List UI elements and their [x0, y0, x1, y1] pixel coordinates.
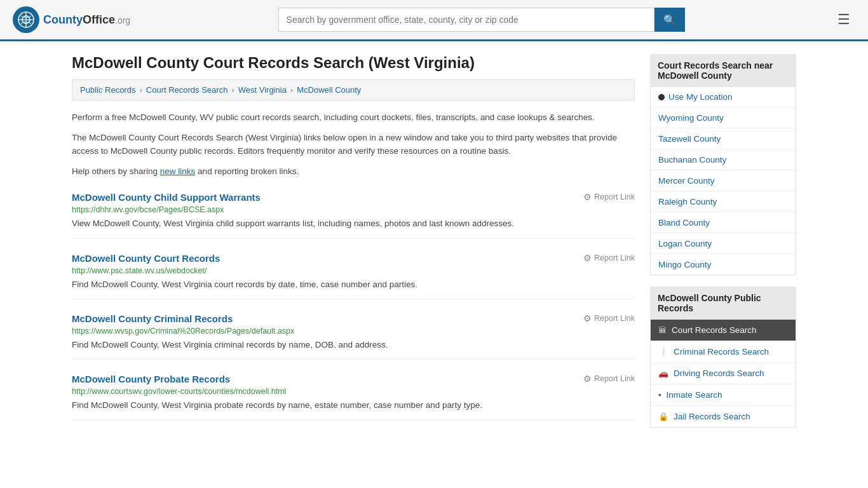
nearby-header: Court Records Search near McDowell Count… — [650, 54, 796, 87]
search-area: 🔍 — [278, 8, 685, 32]
breadcrumb-public-records[interactable]: Public Records — [80, 85, 135, 95]
use-location-item[interactable]: Use My Location — [651, 87, 796, 107]
search-input[interactable] — [278, 8, 654, 32]
desc-para3-before: Help others by sharing — [72, 166, 160, 176]
search-icon: 🔍 — [663, 15, 676, 25]
nearby-county-link-3[interactable]: Mercer County — [658, 176, 715, 186]
public-record-link-0[interactable]: Court Records Search — [672, 325, 757, 335]
logo-county: County — [43, 13, 83, 26]
report-link-0[interactable]: ⚙ Report Link — [583, 192, 635, 202]
nearby-county-5[interactable]: Bland County — [651, 212, 796, 233]
main-container: McDowell County Court Records Search (We… — [59, 41, 809, 440]
report-label-1: Report Link — [594, 254, 635, 262]
logo-icon — [13, 6, 39, 33]
description-para3: Help others by sharing new links and rep… — [72, 165, 635, 179]
criminal-records-icon: ❕ — [658, 347, 668, 356]
use-location-link[interactable]: Use My Location — [668, 92, 733, 102]
desc-para3-after: and reporting broken links. — [195, 166, 299, 176]
breadcrumb-west-virginia[interactable]: West Virginia — [238, 85, 287, 95]
description-para2: The McDowell County Court Records Search… — [72, 131, 635, 158]
nearby-county-0[interactable]: Wyoming County — [651, 107, 796, 128]
public-record-item-1[interactable]: ❕ Criminal Records Search — [651, 341, 796, 363]
jail-records-icon: 🔒 — [658, 412, 668, 421]
results-list: McDowell County Child Support Warrants ⚙… — [72, 192, 635, 420]
breadcrumb-court-records-search[interactable]: Court Records Search — [146, 85, 228, 95]
report-link-1[interactable]: ⚙ Report Link — [583, 253, 635, 263]
report-link-2[interactable]: ⚙ Report Link — [583, 313, 635, 323]
report-label-2: Report Link — [594, 314, 635, 323]
report-icon-2: ⚙ — [583, 313, 592, 323]
nearby-county-4[interactable]: Raleigh County — [651, 191, 796, 212]
public-record-link-3[interactable]: Inmate Search — [667, 390, 722, 400]
page-title: McDowell County Court Records Search (We… — [72, 54, 635, 72]
result-item-1: McDowell County Court Records ⚙ Report L… — [72, 253, 635, 299]
breadcrumb: Public Records › Court Records Search › … — [72, 79, 635, 100]
result-url-1: http://www.psc.state.wv.us/webdocket/ — [72, 266, 635, 275]
result-item-0: McDowell County Child Support Warrants ⚙… — [72, 192, 635, 238]
nearby-county-1[interactable]: Tazewell County — [651, 128, 796, 149]
nearby-county-6[interactable]: Logan County — [651, 233, 796, 254]
court-records-icon: 🏛 — [658, 325, 667, 335]
nearby-county-link-1[interactable]: Tazewell County — [658, 134, 721, 144]
inmate-search-icon: ▪ — [658, 390, 661, 400]
public-record-link-2[interactable]: Driving Records Search — [674, 369, 764, 378]
public-record-link-4[interactable]: Jail Records Search — [674, 412, 750, 421]
new-links-link[interactable]: new links — [160, 166, 196, 176]
result-desc-1: Find McDowell County, West Virginia cour… — [72, 278, 635, 291]
result-header-3: McDowell County Probate Records ⚙ Report… — [72, 374, 635, 387]
location-dot-icon — [658, 94, 665, 100]
logo-area: CountyOffice.org — [13, 6, 130, 33]
public-record-item-2[interactable]: 🚗 Driving Records Search — [651, 363, 796, 384]
nearby-county-2[interactable]: Buchanan County — [651, 149, 796, 170]
public-record-link-1[interactable]: Criminal Records Search — [674, 347, 769, 356]
search-button[interactable]: 🔍 — [654, 8, 685, 32]
result-url-0: https://dhhr.wv.gov/bcse/Pages/BCSE.aspx — [72, 205, 635, 214]
nearby-county-link-6[interactable]: Logan County — [658, 239, 712, 248]
result-item-2: McDowell County Criminal Records ⚙ Repor… — [72, 313, 635, 360]
report-icon-1: ⚙ — [583, 253, 592, 263]
logo-text: CountyOffice.org — [43, 13, 130, 27]
public-records-list: 🏛 Court Records Search ❕ Criminal Record… — [650, 320, 796, 428]
nearby-county-link-5[interactable]: Bland County — [658, 218, 710, 227]
header: CountyOffice.org 🔍 ☰ — [0, 0, 868, 41]
result-desc-0: View McDowell County, West Virginia chil… — [72, 217, 635, 230]
nearby-county-3[interactable]: Mercer County — [651, 170, 796, 191]
nearby-county-7[interactable]: Mingo County — [651, 254, 796, 274]
report-label-0: Report Link — [594, 193, 635, 201]
logo-tld: .org — [115, 15, 130, 25]
nearby-counties-list: Use My Location Wyoming County Tazewell … — [650, 87, 796, 275]
result-header-1: McDowell County Court Records ⚙ Report L… — [72, 253, 635, 266]
description-para1: Perform a free McDowell County, WV publi… — [72, 111, 635, 125]
nearby-county-link-4[interactable]: Raleigh County — [658, 197, 717, 207]
content-area: McDowell County Court Records Search (We… — [72, 54, 635, 428]
hamburger-icon: ☰ — [837, 11, 850, 27]
public-record-item-3[interactable]: ▪ Inmate Search — [651, 384, 796, 406]
breadcrumb-mcdowell-county[interactable]: McDowell County — [297, 85, 361, 95]
public-records-header: McDowell County Public Records — [650, 287, 796, 320]
result-desc-2: Find McDowell County, West Virginia crim… — [72, 339, 635, 351]
result-title-2[interactable]: McDowell County Criminal Records — [72, 313, 233, 324]
result-desc-3: Find McDowell County, West Virginia prob… — [72, 399, 635, 412]
breadcrumb-sep-2: › — [231, 85, 234, 95]
result-title-0[interactable]: McDowell County Child Support Warrants — [72, 192, 261, 203]
result-header-0: McDowell County Child Support Warrants ⚙… — [72, 192, 635, 205]
result-title-1[interactable]: McDowell County Court Records — [72, 253, 220, 264]
nearby-county-link-2[interactable]: Buchanan County — [658, 155, 726, 165]
result-url-3: http://www.courtswv.gov/lower-courts/cou… — [72, 387, 635, 396]
nearby-county-link-7[interactable]: Mingo County — [658, 260, 711, 269]
public-record-item-0[interactable]: 🏛 Court Records Search — [651, 320, 796, 341]
nearby-county-link-0[interactable]: Wyoming County — [658, 113, 724, 123]
result-header-2: McDowell County Criminal Records ⚙ Repor… — [72, 313, 635, 327]
breadcrumb-sep-1: › — [139, 85, 142, 95]
public-record-item-4[interactable]: 🔒 Jail Records Search — [651, 406, 796, 427]
sidebar: Court Records Search near McDowell Count… — [650, 54, 796, 428]
result-item-3: McDowell County Probate Records ⚙ Report… — [72, 374, 635, 420]
driving-records-icon: 🚗 — [658, 369, 668, 378]
report-icon-0: ⚙ — [583, 192, 592, 202]
report-link-3[interactable]: ⚙ Report Link — [583, 374, 635, 384]
header-nav-right: ☰ — [832, 9, 855, 30]
result-title-3[interactable]: McDowell County Probate Records — [72, 374, 230, 384]
menu-button[interactable]: ☰ — [832, 9, 855, 30]
result-url-2: https://www.wvsp.gov/Criminal%20Records/… — [72, 327, 635, 336]
report-icon-3: ⚙ — [583, 374, 592, 384]
